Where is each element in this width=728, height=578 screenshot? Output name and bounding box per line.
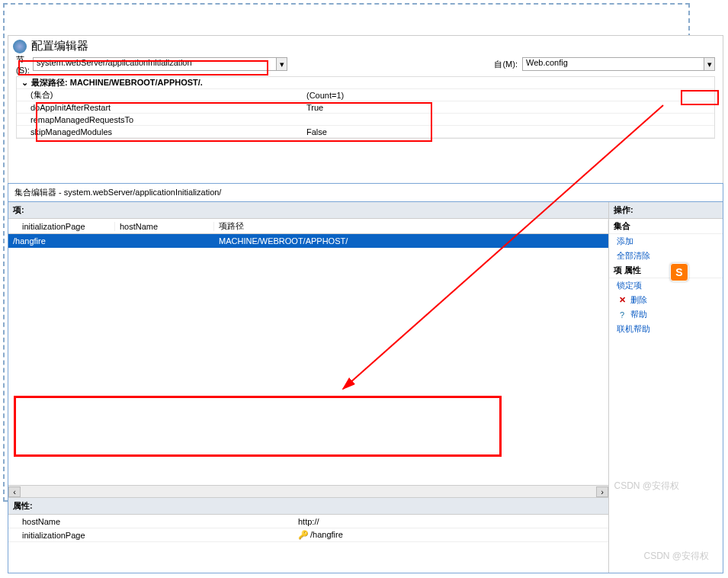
dialog-title: 集合编辑器 - system.webServer/applicationInit…	[8, 184, 723, 202]
actions-collection-label: 集合	[609, 219, 723, 234]
add-link[interactable]: 添加	[609, 234, 723, 249]
window-title: 配置编辑器	[31, 39, 88, 53]
grid-row[interactable]: remapManagedRequestsTo	[17, 114, 714, 126]
grid-row[interactable]: skipManagedModulesFalse	[17, 126, 714, 138]
delete-link[interactable]: ✕删除	[609, 293, 723, 307]
from-input[interactable]: Web.config	[522, 57, 704, 71]
col-hostname[interactable]: hostName	[115, 222, 214, 231]
from-label: 自(M):	[494, 59, 518, 70]
actions-item-props-label: 项 属性	[609, 263, 723, 278]
from-dropdown-icon[interactable]: ▾	[704, 57, 715, 71]
items-header: 项:	[8, 202, 608, 219]
x-icon: ✕	[617, 295, 627, 305]
items-table: initializationPage hostName 项路径 /hangfir…	[8, 219, 608, 485]
table-header: initializationPage hostName 项路径	[8, 219, 608, 234]
watermark: CSDN @安得权	[614, 480, 679, 493]
section-label: 节(S):	[16, 54, 33, 75]
actions-header: 操作:	[609, 202, 723, 219]
chevron-down-icon[interactable]: ⌄	[21, 78, 28, 88]
window-header: 配置编辑器	[8, 36, 723, 56]
sogou-ime-icon[interactable]: S	[670, 263, 688, 281]
col-init-page[interactable]: initializationPage	[8, 222, 115, 231]
help-icon: ?	[617, 310, 627, 320]
lock-link[interactable]: 锁定项	[609, 278, 723, 293]
prop-row[interactable]: initializationPage 🔑/hangfire	[8, 528, 608, 542]
grid-row[interactable]: doAppInitAfterRestartTrue	[17, 101, 714, 114]
grid-row[interactable]: (集合)(Count=1)	[17, 89, 714, 101]
properties-grid: ⌄最深路径: MACHINE/WEBROOT/APPHOST/. (集合)(Co…	[16, 76, 715, 139]
key-icon: 🔑	[298, 530, 309, 539]
section-input[interactable]: system.webServer/applicationInitializati…	[33, 57, 277, 71]
section-row: 节(S): system.webServer/applicationInitia…	[8, 56, 723, 72]
horizontal-scrollbar[interactable]: ‹ ›	[8, 485, 608, 497]
path-row[interactable]: ⌄最深路径: MACHINE/WEBROOT/APPHOST/.	[17, 77, 714, 89]
col-path[interactable]: 项路径	[214, 220, 608, 232]
remove-all-link[interactable]: 全部清除	[609, 249, 723, 263]
help-link[interactable]: ?帮助	[609, 307, 723, 322]
scroll-left-icon[interactable]: ‹	[8, 486, 21, 497]
watermark: CSDN @安得权	[643, 550, 709, 563]
prop-row[interactable]: hostName http://	[8, 515, 608, 528]
table-row[interactable]: /hangfire MACHINE/WEBROOT/APPHOST/	[8, 234, 608, 248]
globe-icon	[13, 40, 27, 53]
scroll-right-icon[interactable]: ›	[596, 486, 608, 497]
empty-area	[8, 248, 608, 355]
properties-panel: 属性: hostName http:// initializationPage …	[8, 497, 608, 573]
dialog-left-panel: 项: initializationPage hostName 项路径 /hang…	[8, 202, 608, 573]
config-editor-window: 配置编辑器 节(S): system.webServer/application…	[8, 35, 723, 201]
actions-panel: 操作: 集合 添加 全部清除 项 属性 锁定项 ✕删除 ?帮助 联机帮助	[608, 202, 723, 573]
collection-editor-dialog: 集合编辑器 - system.webServer/applicationInit…	[8, 183, 723, 573]
online-help-link[interactable]: 联机帮助	[609, 322, 723, 336]
section-dropdown-icon[interactable]: ▾	[277, 57, 287, 71]
props-header: 属性:	[8, 498, 608, 515]
